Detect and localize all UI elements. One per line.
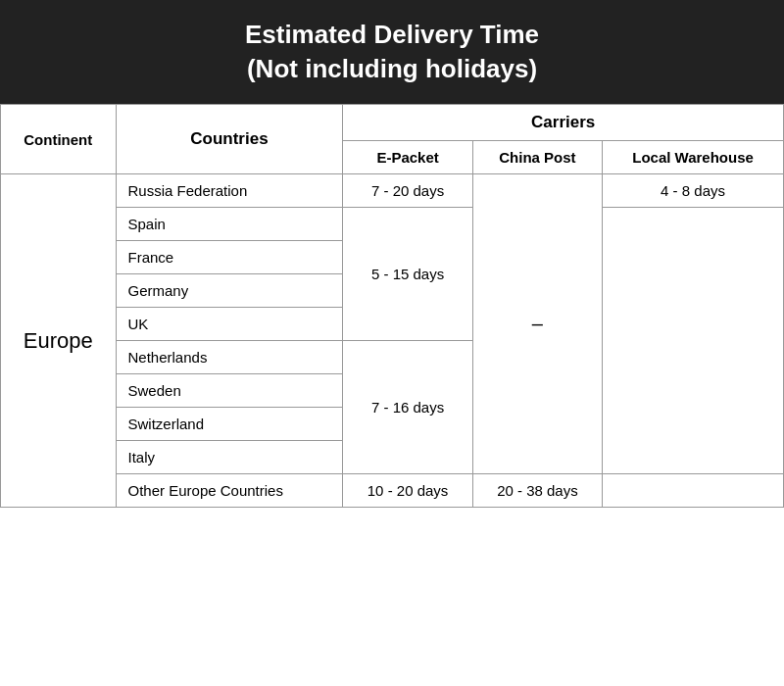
header-countries: Countries — [116, 105, 343, 174]
header-chinapost: China Post — [472, 141, 602, 174]
localwarehouse-cell: 4 - 8 days — [603, 174, 784, 208]
header-localwarehouse: Local Warehouse — [603, 141, 784, 174]
title-line1: Estimated Delivery Time — [20, 18, 764, 52]
chinapost-cell: 20 - 38 days — [472, 474, 602, 508]
country-cell: Italy — [116, 441, 343, 474]
main-container: Estimated Delivery Time (Not including h… — [0, 0, 784, 508]
table-row: Spain 5 - 15 days — [1, 208, 784, 241]
table-row: Europe Russia Federation 7 - 20 days – 4… — [1, 174, 784, 208]
country-cell: UK — [116, 308, 343, 341]
country-cell: Switzerland — [116, 408, 343, 441]
country-cell: France — [116, 241, 343, 274]
epacket-cell: 7 - 20 days — [343, 174, 472, 208]
localwarehouse-cell — [603, 208, 784, 474]
header-carriers: Carriers — [343, 105, 784, 141]
header-continent: Continent — [1, 105, 117, 174]
country-cell: Netherlands — [116, 341, 343, 374]
title-bar: Estimated Delivery Time (Not including h… — [0, 0, 784, 104]
chinapost-cell: – — [472, 174, 602, 474]
title-line2: (Not including holidays) — [20, 52, 764, 86]
table-row: Other Europe Countries 10 - 20 days 20 -… — [1, 474, 784, 508]
continent-cell: Europe — [1, 174, 117, 508]
delivery-table: Continent Countries Carriers E-Packet Ch… — [0, 104, 784, 508]
country-cell: Russia Federation — [116, 174, 343, 208]
epacket-cell: 10 - 20 days — [343, 474, 472, 508]
epacket-cell: 5 - 15 days — [343, 208, 472, 341]
country-cell: Spain — [116, 208, 343, 241]
country-cell: Germany — [116, 274, 343, 308]
header-epacket: E-Packet — [343, 141, 472, 174]
country-cell: Other Europe Countries — [116, 474, 343, 508]
epacket-cell: 7 - 16 days — [343, 341, 472, 474]
country-cell: Sweden — [116, 374, 343, 408]
